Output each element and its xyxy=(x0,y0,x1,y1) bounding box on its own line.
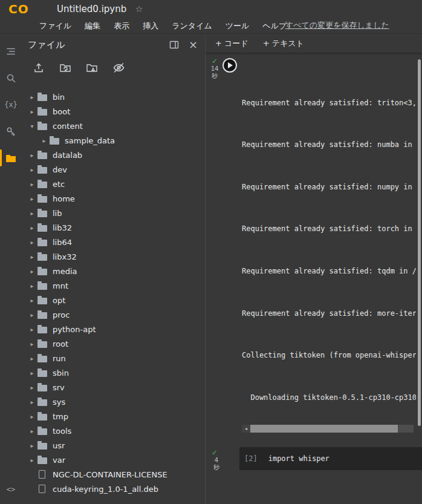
search-button[interactable] xyxy=(0,68,22,88)
upload-icon[interactable] xyxy=(33,62,45,74)
tree-item[interactable]: ▸ bin xyxy=(22,90,205,104)
tree-item-icon xyxy=(37,182,47,188)
tree-item[interactable]: ▸ python-apt xyxy=(22,322,205,336)
secrets-button[interactable] xyxy=(0,121,22,142)
chevron-icon[interactable]: ▸ xyxy=(27,181,37,188)
chevron-icon[interactable]: ▸ xyxy=(27,152,37,159)
tree-item[interactable]: ▸ sbin xyxy=(22,365,205,380)
chevron-icon[interactable]: ▸ xyxy=(27,428,37,434)
close-panel-icon[interactable]: × xyxy=(189,39,198,50)
chevron-icon[interactable]: ▸ xyxy=(27,384,37,391)
variables-icon: {x} xyxy=(4,100,18,109)
key-icon xyxy=(5,126,16,137)
tree-item[interactable]: ▸ tmp xyxy=(22,409,205,424)
chevron-icon[interactable]: ▸ xyxy=(27,341,37,347)
tree-item[interactable]: ▸ boot xyxy=(22,104,205,119)
chevron-icon[interactable]: ▸ xyxy=(27,254,37,260)
tree-item[interactable]: ▾ content xyxy=(22,119,205,133)
menu-item[interactable]: 挿入 xyxy=(136,21,165,31)
chevron-icon[interactable]: ▸ xyxy=(27,283,37,289)
chevron-icon[interactable]: ▸ xyxy=(27,195,37,202)
code-cell-2: ✓ 4秒 [2] import whisper xyxy=(206,447,422,470)
tree-item[interactable]: ▸ home xyxy=(22,191,205,206)
add-code-button[interactable]: + コード xyxy=(215,38,248,49)
chevron-icon[interactable]: ▸ xyxy=(27,355,37,362)
tree-item[interactable]: ▸ var xyxy=(22,453,205,467)
menu-item[interactable]: 表示 xyxy=(107,21,136,31)
tree-item-icon xyxy=(37,94,47,101)
tree-item[interactable]: ▸ srv xyxy=(22,380,205,394)
menu-item[interactable]: 編集 xyxy=(78,21,107,31)
chevron-icon[interactable]: ▸ xyxy=(27,457,37,463)
chevron-icon[interactable]: ▸ xyxy=(27,326,37,333)
tree-item[interactable]: ▸ media xyxy=(22,264,205,278)
tree-item[interactable]: ▸ lib xyxy=(22,206,205,220)
tree-item[interactable]: ▸ dev xyxy=(22,162,205,177)
scroll-left-button[interactable]: ◂ xyxy=(242,425,250,433)
chevron-icon[interactable]: ▸ xyxy=(27,312,37,318)
tree-item-icon xyxy=(37,356,47,362)
chevron-icon[interactable]: ▸ xyxy=(27,166,37,173)
cell2-editor[interactable]: [2] import whisper xyxy=(239,447,422,470)
tree-item-icon xyxy=(37,254,47,261)
tree-item[interactable]: ▸ libx32 xyxy=(22,249,205,264)
add-text-button[interactable]: + テキスト xyxy=(263,38,304,49)
output-horizontal-scrollbar[interactable]: ◂ xyxy=(242,425,414,433)
save-status-link[interactable]: すべての変更を保存しました xyxy=(285,21,389,30)
refresh-folder-icon[interactable] xyxy=(59,62,71,74)
tree-item[interactable]: ▸ opt xyxy=(22,293,205,307)
chevron-icon[interactable]: ▸ xyxy=(39,137,50,144)
tree-item[interactable]: ▸ lib64 xyxy=(22,235,205,249)
chevron-icon[interactable]: ▸ xyxy=(27,413,37,420)
tree-item[interactable]: ▸ sample_data xyxy=(22,133,205,148)
chevron-icon[interactable]: ▸ xyxy=(27,399,37,405)
tree-item[interactable]: cuda-keyring_1.0-1_all.deb xyxy=(22,482,205,496)
chevron-icon[interactable]: ▸ xyxy=(27,297,37,304)
tree-item[interactable]: ▸ lib32 xyxy=(22,220,205,235)
tree-item-icon xyxy=(37,109,47,116)
tree-item[interactable]: ▸ mnt xyxy=(22,278,205,293)
dock-panel-icon[interactable] xyxy=(169,41,179,49)
menu-item[interactable]: ファイル xyxy=(33,21,78,31)
tree-item[interactable]: ▸ proc xyxy=(22,307,205,322)
output-vertical-scrollbar[interactable] xyxy=(418,59,421,426)
eye-off-icon[interactable] xyxy=(112,62,125,74)
run-cell-button[interactable] xyxy=(222,58,237,73)
tree-item-icon xyxy=(37,399,47,406)
notebook-title[interactable]: Untitled0.ipynb xyxy=(57,4,126,15)
tree-item-label: media xyxy=(53,267,77,276)
tree-item[interactable]: ▸ datalab xyxy=(22,148,205,162)
chevron-icon[interactable]: ▸ xyxy=(27,210,37,217)
tree-item[interactable]: ▸ sys xyxy=(22,394,205,409)
chevron-icon[interactable]: ▸ xyxy=(27,224,37,231)
tree-item[interactable]: ▸ tools xyxy=(22,424,205,438)
tree-item[interactable]: ▸ usr xyxy=(22,438,205,453)
chevron-icon[interactable]: ▸ xyxy=(27,442,37,449)
colab-logo[interactable]: CO xyxy=(8,2,35,16)
table-of-contents-button[interactable] xyxy=(0,41,22,62)
tree-item-label: content xyxy=(53,122,83,131)
chevron-icon[interactable]: ▾ xyxy=(27,123,37,129)
menu-item[interactable]: ツール xyxy=(219,21,256,31)
menu-item[interactable]: ランタイム xyxy=(165,21,219,31)
output-line-text: Requirement already satisfied: tqdm in /… xyxy=(242,267,416,275)
tree-item[interactable]: ▸ root xyxy=(22,336,205,351)
star-icon[interactable]: ☆ xyxy=(135,4,143,15)
tree-item[interactable]: ▸ etc xyxy=(22,177,205,191)
variables-button[interactable]: {x} xyxy=(0,94,22,115)
chevron-icon[interactable]: ▸ xyxy=(27,370,37,376)
chevron-icon[interactable]: ▸ xyxy=(27,268,37,275)
code-snippets-button[interactable]: <> xyxy=(0,483,22,504)
tree-item[interactable]: ▸ run xyxy=(22,351,205,365)
chevron-icon[interactable]: ▸ xyxy=(27,239,37,246)
chevron-icon[interactable]: ▸ xyxy=(27,94,37,100)
chevron-icon[interactable]: ▸ xyxy=(27,108,37,115)
tree-item-icon xyxy=(37,341,47,348)
cell2-code[interactable]: import whisper xyxy=(268,454,329,463)
output-line: Requirement already satisfied: torch in … xyxy=(242,224,416,234)
output-line: Requirement already satisfied: numpy in … xyxy=(242,182,416,192)
files-button[interactable] xyxy=(0,148,22,168)
scrollbar-thumb[interactable] xyxy=(250,425,398,433)
tree-item[interactable]: NGC-DL-CONTAINER-LICENSE xyxy=(22,467,205,482)
mount-drive-icon[interactable] xyxy=(86,62,98,74)
